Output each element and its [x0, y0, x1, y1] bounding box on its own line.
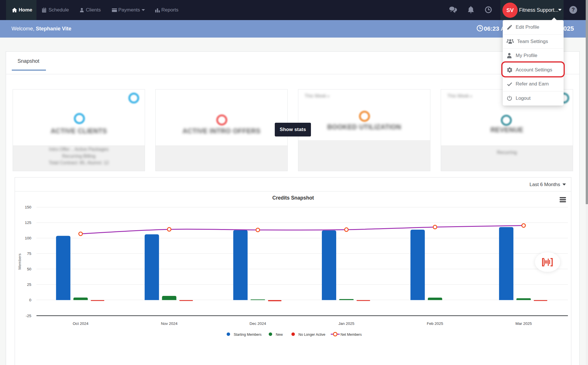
svg-text:125: 125 [25, 220, 31, 225]
svg-text:0: 0 [29, 298, 31, 302]
svg-text:Members: Members [18, 253, 22, 270]
svg-text:50: 50 [27, 267, 31, 271]
svg-text:Jan 2025: Jan 2025 [339, 321, 355, 326]
svg-text:New: New [276, 333, 283, 337]
svg-text:75: 75 [27, 251, 31, 256]
svg-text:Net Members: Net Members [341, 333, 362, 337]
svg-text:Nov 2024: Nov 2024 [161, 321, 177, 326]
svg-text:No Longer Active: No Longer Active [299, 333, 326, 337]
svg-text:Mar 2025: Mar 2025 [515, 321, 532, 326]
svg-text:Starting Members: Starting Members [234, 333, 262, 337]
svg-text:100: 100 [25, 236, 31, 240]
svg-text:Credits Snapshot: Credits Snapshot [272, 195, 314, 201]
svg-text:Oct 2024: Oct 2024 [73, 321, 88, 326]
svg-text:150: 150 [25, 205, 31, 209]
svg-text:-25: -25 [26, 314, 31, 318]
svg-text:Dec 2024: Dec 2024 [249, 321, 266, 326]
svg-text:Feb 2025: Feb 2025 [427, 321, 443, 326]
svg-text:25: 25 [27, 282, 31, 287]
